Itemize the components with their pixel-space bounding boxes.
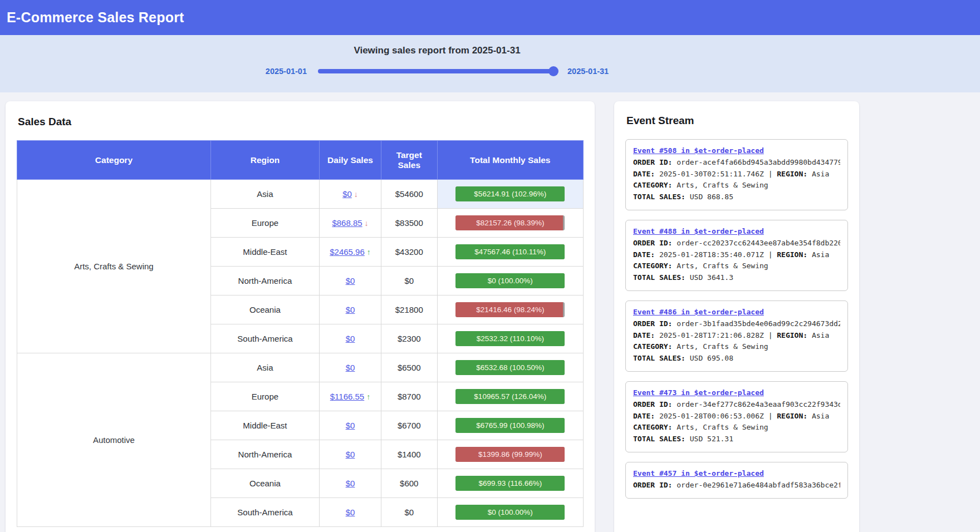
total-sales-label: TOTAL SALES: xyxy=(633,435,685,443)
trend-up-icon: ↑ xyxy=(367,248,371,257)
daily-sales-link[interactable]: $2465.96 xyxy=(330,247,365,257)
target-sales-cell: $0 xyxy=(381,498,437,527)
slider-min-label: 2025-01-01 xyxy=(266,67,307,76)
target-sales-cell: $21800 xyxy=(381,295,437,324)
event-link[interactable]: Event #473 in $et-order-placed xyxy=(633,388,764,397)
event-total-sales-line: TOTAL SALES: USD 3641.3 xyxy=(633,272,840,284)
badge-label: $2532.32 (110.10%) xyxy=(455,331,565,346)
sales-table-body: Arts, Crafts & SewingAsia$0↓$54600$56214… xyxy=(17,180,584,527)
daily-sales-link[interactable]: $0 xyxy=(346,508,355,517)
target-sales-cell: $2300 xyxy=(381,324,437,353)
column-header-region: Region xyxy=(210,141,319,180)
daily-sales-link[interactable]: $0 xyxy=(346,421,355,430)
main-content: Sales Data Category Region Daily Sales T… xyxy=(0,92,980,532)
category-label: CATEGORY: xyxy=(633,262,672,270)
sales-progress-badge: $6532.68 (100.50%) xyxy=(455,360,565,375)
category-label: CATEGORY: xyxy=(633,181,672,189)
event-link[interactable]: Event #457 in $et-order-placed xyxy=(633,469,764,477)
badge-label: $56214.91 (102.96%) xyxy=(455,186,565,201)
order-id-label: ORDER ID: xyxy=(633,239,672,247)
event-link[interactable]: Event #486 in $et-order-placed xyxy=(633,308,764,316)
badge-label: $6532.68 (100.50%) xyxy=(455,360,565,375)
total-monthly-sales-cell: $0 (100.00%) xyxy=(437,498,583,527)
target-sales-cell: $600 xyxy=(381,469,437,498)
region-cell: Asia xyxy=(210,353,319,382)
event-link[interactable]: Event #508 in $et-order-placed xyxy=(633,146,764,155)
order-id-label: ORDER ID: xyxy=(633,158,672,166)
event-stream-title: Event Stream xyxy=(626,115,848,127)
daily-sales-link[interactable]: $0 xyxy=(346,363,355,372)
date-slider[interactable] xyxy=(318,69,556,73)
slider-thumb[interactable] xyxy=(548,66,558,76)
badge-label: $47567.46 (110.11%) xyxy=(455,244,565,259)
category-label: CATEGORY: xyxy=(633,342,672,351)
event-category-line: CATEGORY: Arts, Crafts & Sewing xyxy=(633,260,840,272)
total-monthly-sales-cell: $21416.46 (98.24%) xyxy=(437,295,583,324)
daily-sales-link[interactable]: $0 xyxy=(346,276,355,285)
sales-progress-badge: $0 (100.00%) xyxy=(455,273,565,288)
total-monthly-sales-cell: $699.93 (116.66%) xyxy=(437,469,583,498)
daily-sales-link[interactable]: $0 xyxy=(346,450,355,459)
sales-progress-badge: $2532.32 (110.10%) xyxy=(455,331,565,346)
event-card: Event #486 in $et-order-placedORDER ID: … xyxy=(625,301,848,372)
region-cell: Oceania xyxy=(210,295,319,324)
total-monthly-sales-cell: $6765.99 (100.98%) xyxy=(437,411,583,440)
region-cell: North-America xyxy=(210,440,319,469)
daily-sales-link[interactable]: $0 xyxy=(346,305,355,314)
badge-label: $699.93 (116.66%) xyxy=(455,476,565,491)
region-cell: South-America xyxy=(210,324,319,353)
date-label: DATE: xyxy=(633,331,655,339)
slider-max-label: 2025-01-31 xyxy=(567,67,609,76)
daily-sales-cell: $0 xyxy=(320,295,381,324)
sales-progress-badge: $1399.86 (99.99%) xyxy=(455,447,565,462)
sales-table-header-row: Category Region Daily Sales Target Sales… xyxy=(17,141,584,180)
event-date-region-line: DATE: 2025-01-28T17:21:06.828Z | REGION:… xyxy=(633,330,840,342)
event-card: Event #457 in $et-order-placedORDER ID: … xyxy=(625,462,848,499)
daily-sales-cell: $0 xyxy=(320,411,381,440)
date-label: DATE: xyxy=(633,412,655,420)
sales-data-panel: Sales Data Category Region Daily Sales T… xyxy=(6,101,595,532)
target-sales-cell: $6500 xyxy=(381,353,437,382)
event-card: Event #488 in $et-order-placedORDER ID: … xyxy=(625,220,848,291)
daily-sales-cell: $0 xyxy=(320,469,381,498)
target-sales-cell: $0 xyxy=(381,267,437,295)
daily-sales-cell: $0 xyxy=(320,267,381,295)
event-total-sales-line: TOTAL SALES: USD 521.31 xyxy=(633,434,840,445)
event-stream-panel: Event Stream Event #508 in $et-order-pla… xyxy=(614,101,859,532)
date-slider-row: 2025-01-01 2025-01-31 xyxy=(0,67,874,76)
daily-sales-cell: $0 xyxy=(320,440,381,469)
total-monthly-sales-cell: $1399.86 (99.99%) xyxy=(437,440,583,469)
total-monthly-sales-cell: $47567.46 (110.11%) xyxy=(437,238,583,267)
table-row: AutomotiveAsia$0$6500$6532.68 (100.50%) xyxy=(17,353,584,382)
filter-heading: Viewing sales report from 2025-01-31 xyxy=(0,45,874,56)
daily-sales-link[interactable]: $0 xyxy=(342,189,352,199)
total-monthly-sales-cell: $6532.68 (100.50%) xyxy=(437,353,583,382)
target-sales-cell: $6700 xyxy=(381,411,437,440)
daily-sales-link[interactable]: $0 xyxy=(346,479,355,488)
total-monthly-sales-cell: $10965.57 (126.04%) xyxy=(437,382,583,411)
region-cell: Europe xyxy=(210,382,319,411)
daily-sales-link[interactable]: $868.85 xyxy=(332,218,362,228)
daily-sales-link[interactable]: $0 xyxy=(346,334,355,343)
total-sales-label: TOTAL SALES: xyxy=(633,193,685,201)
daily-sales-cell: $868.85↓ xyxy=(320,209,381,238)
sales-data-title: Sales Data xyxy=(18,116,584,128)
daily-sales-cell: $2465.96↑ xyxy=(320,238,381,267)
trend-up-icon: ↑ xyxy=(366,392,370,401)
event-category-line: CATEGORY: Arts, Crafts & Sewing xyxy=(633,422,840,434)
region-label: REGION: xyxy=(777,250,807,259)
sales-progress-badge: $21416.46 (98.24%) xyxy=(455,302,565,317)
total-monthly-sales-cell: $2532.32 (110.10%) xyxy=(437,324,583,353)
target-sales-cell: $8700 xyxy=(381,382,437,411)
event-order-id-line: ORDER ID: order-0e2961e71a6e484abfadf583… xyxy=(633,480,840,491)
badge-label: $0 (100.00%) xyxy=(455,273,565,288)
sales-progress-badge: $56214.91 (102.96%) xyxy=(455,186,565,201)
daily-sales-link[interactable]: $1166.55 xyxy=(330,392,364,401)
daily-sales-cell: $0 xyxy=(320,498,381,527)
region-cell: Asia xyxy=(210,180,319,209)
event-link[interactable]: Event #488 in $et-order-placed xyxy=(633,227,764,235)
daily-sales-cell: $0 xyxy=(320,324,381,353)
page-title: E-Commerce Sales Report xyxy=(7,9,184,26)
region-label: REGION: xyxy=(777,412,807,420)
column-header-category: Category xyxy=(17,141,211,180)
